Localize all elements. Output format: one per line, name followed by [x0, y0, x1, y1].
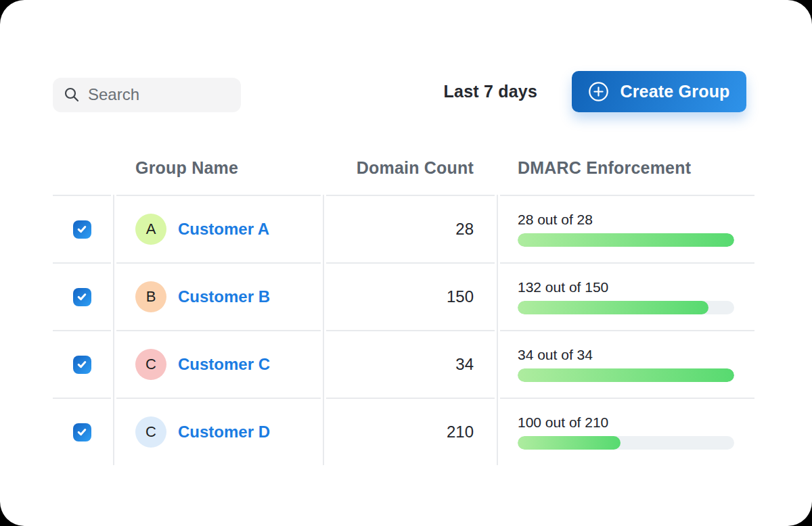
table-row: A Customer A 28 28 out of 28 — [53, 195, 754, 262]
app-card: Last 7 days Create Group Group Name Doma… — [0, 0, 812, 526]
row-checkbox-cell — [53, 262, 111, 330]
row-checkbox-cell — [53, 195, 111, 262]
header-domain-count: Domain Count — [326, 158, 495, 195]
row-domain-count: 150 — [326, 262, 495, 330]
header-dmarc-enforcement: DMARC Enforcement — [500, 158, 754, 195]
row-dmarc-cell: 100 out of 210 — [500, 398, 754, 465]
header-checkbox-column — [53, 178, 111, 195]
dmarc-progress-fill — [518, 436, 621, 450]
search-icon — [64, 87, 80, 103]
table-row: B Customer B 150 132 out of 150 — [53, 262, 754, 330]
table-header-row: Group Name Domain Count DMARC Enforcemen… — [53, 114, 754, 195]
column-divider — [113, 195, 114, 465]
dmarc-ratio-label: 132 out of 150 — [518, 279, 734, 295]
dmarc-progress-track — [518, 368, 734, 382]
customer-link[interactable]: Customer D — [178, 423, 270, 441]
row-name-cell: C Customer C — [116, 330, 321, 398]
row-name-cell: A Customer A — [116, 195, 321, 262]
table-body: A Customer A 28 28 out of 28 B Customer … — [53, 195, 754, 465]
row-name-cell: C Customer D — [116, 398, 321, 465]
dmarc-progress-track — [518, 301, 734, 314]
row-dmarc-cell: 132 out of 150 — [500, 262, 754, 330]
dmarc-progress-fill — [518, 233, 734, 247]
avatar: A — [135, 214, 166, 245]
row-checkbox[interactable] — [73, 356, 91, 374]
dmarc-progress-fill — [518, 368, 734, 382]
header-group-name: Group Name — [116, 158, 321, 195]
dmarc-ratio-label: 28 out of 28 — [518, 212, 734, 228]
search-input[interactable] — [88, 85, 223, 104]
row-dmarc-cell: 34 out of 34 — [500, 330, 754, 398]
dmarc-ratio-label: 34 out of 34 — [518, 347, 734, 363]
row-dmarc-cell: 28 out of 28 — [500, 195, 754, 262]
row-checkbox-cell — [53, 398, 111, 465]
row-checkbox[interactable] — [73, 423, 91, 441]
avatar: B — [135, 281, 166, 312]
row-checkbox[interactable] — [73, 288, 91, 306]
row-domain-count: 210 — [326, 398, 495, 465]
table-row: C Customer D 210 100 out of 210 — [53, 398, 754, 465]
column-divider — [323, 195, 324, 465]
row-checkbox[interactable] — [73, 220, 91, 239]
dmarc-ratio-label: 100 out of 210 — [518, 414, 734, 431]
create-group-label: Create Group — [620, 82, 729, 101]
toolbar: Last 7 days Create Group — [53, 70, 746, 113]
checkmark-icon — [76, 224, 87, 235]
avatar: C — [135, 416, 166, 448]
customer-link[interactable]: Customer A — [178, 220, 269, 239]
table-row: C Customer C 34 34 out of 34 — [53, 330, 754, 398]
groups-table: Group Name Domain Count DMARC Enforcemen… — [53, 114, 754, 465]
avatar: C — [135, 349, 166, 380]
search-box[interactable] — [53, 78, 241, 112]
customer-link[interactable]: Customer C — [178, 355, 270, 374]
row-name-cell: B Customer B — [116, 262, 321, 330]
row-domain-count: 28 — [326, 195, 495, 262]
plus-circle-icon — [588, 81, 609, 102]
column-divider — [497, 195, 498, 465]
checkmark-icon — [76, 291, 87, 302]
dmarc-progress-track — [518, 233, 734, 247]
row-checkbox-cell — [53, 330, 111, 398]
dmarc-progress-track — [518, 436, 734, 450]
checkmark-icon — [76, 359, 87, 370]
checkmark-icon — [76, 427, 87, 437]
create-group-button[interactable]: Create Group — [572, 71, 746, 112]
dmarc-progress-fill — [518, 301, 708, 314]
row-domain-count: 34 — [326, 330, 495, 398]
customer-link[interactable]: Customer B — [178, 287, 270, 306]
date-range-label: Last 7 days — [444, 82, 537, 101]
